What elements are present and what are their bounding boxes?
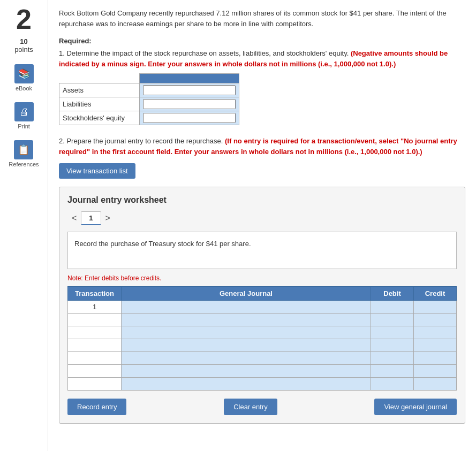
impact-table: AssetsLiabilitiesStockholders' equity <box>59 73 239 125</box>
view-transaction-button[interactable]: View transaction list <box>59 163 135 179</box>
required-label: Required: <box>59 37 465 45</box>
tab-prev-arrow[interactable]: < <box>67 213 81 223</box>
journal-row-credit-4[interactable] <box>414 352 457 365</box>
sidebar-references[interactable]: 📋 References <box>9 140 39 167</box>
sidebar: 2 10 points 📚 eBook 🖨 Print 📋 References <box>0 0 48 451</box>
journal-row-general-6[interactable] <box>122 378 371 391</box>
impact-row-label-0: Assets <box>59 83 140 97</box>
references-icon: 📋 <box>14 140 33 159</box>
ebook-icon: 📚 <box>14 64 34 83</box>
tab-1[interactable]: 1 <box>81 211 101 225</box>
record-entry-button[interactable]: Record entry <box>67 399 126 415</box>
impact-row-input-1[interactable] <box>140 97 239 111</box>
journal-row-general-1[interactable] <box>122 314 371 326</box>
impact-row-input-0[interactable] <box>140 83 239 97</box>
worksheet-description: Record the purchase of Treasury stock fo… <box>67 232 457 269</box>
journal-row-general-5[interactable] <box>122 365 371 378</box>
journal-row-credit-2[interactable] <box>414 326 457 339</box>
tab-navigation: < 1 > <box>67 211 457 225</box>
worksheet-container: Journal entry worksheet < 1 > Record the… <box>59 187 465 424</box>
journal-row-trans-3 <box>68 339 122 352</box>
sidebar-print[interactable]: 🖨 Print <box>14 102 34 129</box>
col-header-general: General Journal <box>122 287 371 301</box>
impact-row-label-1: Liabilities <box>59 97 140 111</box>
ebook-label: eBook <box>16 85 32 91</box>
journal-row-credit-5[interactable] <box>414 365 457 378</box>
sidebar-ebook[interactable]: 📚 eBook <box>14 64 34 91</box>
view-general-journal-button[interactable]: View general journal <box>374 399 457 415</box>
journal-row-general-4[interactable] <box>122 352 371 365</box>
print-icon: 🖨 <box>14 102 34 121</box>
journal-row-debit-1[interactable] <box>371 314 414 326</box>
journal-row-debit-0[interactable] <box>371 301 414 314</box>
journal-row-credit-3[interactable] <box>414 339 457 352</box>
part2-instruction: 2. Prepare the journal entry to record t… <box>59 136 465 157</box>
impact-row-label-2: Stockholders' equity <box>59 111 140 125</box>
journal-row-trans-5 <box>68 365 122 378</box>
tab-next-arrow[interactable]: > <box>101 213 115 223</box>
journal-row-trans-1 <box>68 314 122 326</box>
references-label: References <box>9 161 39 167</box>
col-header-transaction: Transaction <box>68 287 122 301</box>
journal-row-debit-2[interactable] <box>371 326 414 339</box>
journal-row-debit-4[interactable] <box>371 352 414 365</box>
journal-row-debit-5[interactable] <box>371 365 414 378</box>
journal-row-trans-4 <box>68 352 122 365</box>
print-label: Print <box>18 123 30 129</box>
journal-row-general-0[interactable] <box>122 301 371 314</box>
journal-row-credit-1[interactable] <box>414 314 457 326</box>
journal-row-credit-6[interactable] <box>414 378 457 391</box>
journal-row-trans-0: 1 <box>68 301 122 314</box>
worksheet-note: Note: Enter debits before credits. <box>67 274 457 282</box>
journal-row-general-2[interactable] <box>122 326 371 339</box>
points-label: points <box>14 45 33 53</box>
part1-instruction: 1. Determine the impact of the stock rep… <box>59 48 465 69</box>
col-header-debit: Debit <box>371 287 414 301</box>
main-content: Rock Bottom Gold Company recently repurc… <box>48 0 476 451</box>
question-number: 2 <box>16 5 32 33</box>
bottom-buttons: Record entry Clear entry View general jo… <box>67 399 457 415</box>
worksheet-title: Journal entry worksheet <box>67 195 457 205</box>
journal-row-trans-2 <box>68 326 122 339</box>
journal-row-debit-6[interactable] <box>371 378 414 391</box>
journal-row-credit-0[interactable] <box>414 301 457 314</box>
col-header-credit: Credit <box>414 287 457 301</box>
journal-row-debit-3[interactable] <box>371 339 414 352</box>
journal-table: Transaction General Journal Debit Credit… <box>67 286 457 391</box>
journal-row-general-3[interactable] <box>122 339 371 352</box>
clear-entry-button[interactable]: Clear entry <box>224 399 277 415</box>
journal-row-trans-6 <box>68 378 122 391</box>
points-value: 10 <box>20 37 27 45</box>
question-text: Rock Bottom Gold Company recently repurc… <box>59 8 465 29</box>
impact-row-input-2[interactable] <box>140 111 239 125</box>
